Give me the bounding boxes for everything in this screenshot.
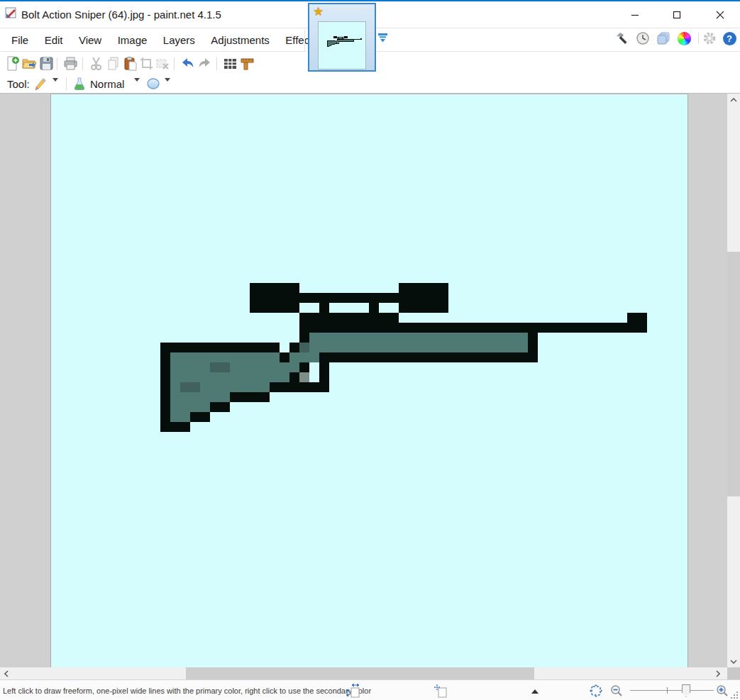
ruler-icon	[240, 56, 255, 71]
vertical-scroll-thumb[interactable]	[727, 252, 740, 496]
layers-window-button[interactable]	[656, 30, 671, 46]
rifle-pixel-run	[299, 372, 309, 382]
layers-stack-icon	[656, 31, 670, 45]
rifle-pixel-run	[327, 46, 329, 47]
new-file-icon	[5, 56, 20, 71]
rifle-pixel-run	[289, 372, 299, 382]
blend-mode-icon-button	[72, 76, 87, 91]
deselect-icon	[155, 56, 170, 71]
canvas-image[interactable]	[51, 94, 687, 667]
workspace	[0, 94, 727, 667]
copy-button[interactable]	[105, 55, 121, 71]
vertical-scrollbar[interactable]	[727, 94, 740, 667]
tools-window-button[interactable]	[614, 30, 630, 46]
rifle-pixel-run	[344, 38, 348, 38]
rifle-pixel-run	[170, 392, 230, 402]
horizontal-scroll-thumb[interactable]	[186, 667, 534, 679]
toolbar	[0, 53, 305, 74]
toolbar-separator-3	[174, 57, 175, 70]
redo-arrow-icon	[197, 56, 212, 71]
rifle-pixel-run	[160, 362, 170, 372]
rifle-pixel-run	[319, 303, 329, 313]
settings-button[interactable]	[702, 30, 717, 46]
open-file-button[interactable]	[21, 55, 37, 71]
paste-button[interactable]	[122, 55, 138, 71]
toolbar-separator-4	[216, 57, 217, 70]
undo-button[interactable]	[180, 55, 195, 71]
rifle-pixel-run	[299, 333, 309, 343]
tool-options-bar: Tool: Normal	[0, 74, 305, 94]
rifle-pixel-run	[289, 352, 319, 362]
zoom-slider-tick	[667, 687, 668, 694]
rulers-button[interactable]	[239, 55, 255, 71]
clipboard-paste-icon	[123, 56, 138, 71]
rifle-pixel-run	[528, 343, 538, 352]
rifle-pixel-run	[170, 372, 289, 382]
horizontal-scrollbar[interactable]	[0, 667, 727, 679]
selection-shape-button[interactable]	[145, 76, 161, 91]
rifle-pixel-run	[230, 392, 270, 402]
utility-separator	[698, 33, 699, 44]
image-tab[interactable]: ★	[308, 3, 376, 72]
maximize-button[interactable]	[665, 6, 689, 24]
cursor-position-icon	[433, 684, 448, 698]
canvas[interactable]	[50, 94, 688, 667]
zoom-in-button[interactable]	[715, 684, 729, 698]
scroll-up-button[interactable]	[727, 94, 740, 106]
deselect-button[interactable]	[154, 55, 170, 71]
cut-button[interactable]	[88, 55, 104, 71]
save-button[interactable]	[38, 55, 54, 71]
units-dropdown[interactable]	[531, 689, 539, 694]
rifle-pixel-run	[289, 343, 299, 352]
minimize-button[interactable]	[623, 6, 647, 24]
zoom-slider[interactable]	[630, 684, 714, 698]
app-icon	[5, 7, 17, 19]
rifle-pixel-run	[250, 283, 299, 293]
print-button[interactable]	[62, 55, 78, 71]
pencil-tool-button[interactable]	[32, 76, 48, 91]
blend-mode-value[interactable]: Normal	[90, 78, 124, 90]
rifle-pixel-run	[180, 382, 200, 392]
scroll-down-button[interactable]	[727, 655, 740, 667]
menu-view[interactable]: View	[72, 30, 108, 51]
rifle-pixel-run	[319, 352, 538, 362]
fit-window-icon	[589, 684, 603, 698]
resize-grip[interactable]	[731, 691, 739, 699]
rifle-pixel-run	[270, 382, 329, 392]
chevron-down-icon	[134, 78, 140, 94]
crop-button[interactable]	[138, 55, 154, 71]
copy-icon	[106, 56, 121, 71]
menu-file[interactable]: File	[5, 30, 35, 51]
rifle-pixel-run	[160, 412, 170, 422]
menu-layers[interactable]: Layers	[157, 30, 201, 51]
rifle-pixel-run	[170, 402, 210, 412]
image-list-button[interactable]	[377, 33, 388, 43]
rifle-pixel-run	[160, 372, 170, 382]
gear-icon	[702, 31, 717, 45]
help-button[interactable]: ?	[722, 30, 737, 46]
rifle-pixel-run	[250, 303, 299, 313]
chevron-down-icon	[165, 78, 170, 94]
rifle-pixel-run	[329, 45, 331, 46]
pixel-grid-button[interactable]	[222, 55, 238, 71]
new-file-button[interactable]	[4, 55, 20, 71]
rifle-pixel-run	[299, 313, 399, 323]
rifle-pixel-run	[210, 402, 230, 412]
scroll-left-button[interactable]	[0, 667, 12, 679]
rifle-pixel-run	[338, 41, 354, 42]
history-window-button[interactable]	[635, 30, 651, 46]
scroll-right-button[interactable]	[712, 667, 724, 679]
toolbar-separator-1	[57, 57, 57, 70]
help-icon: ?	[723, 32, 736, 45]
redo-button[interactable]	[197, 55, 212, 71]
menu-edit[interactable]: Edit	[38, 30, 70, 51]
close-button[interactable]	[708, 6, 732, 24]
menu-adjustments[interactable]: Adjustments	[204, 30, 276, 51]
zoom-out-button[interactable]	[609, 684, 624, 698]
zoom-slider-thumb[interactable]	[682, 684, 690, 697]
colors-window-button[interactable]	[676, 30, 692, 46]
tool-label: Tool:	[7, 78, 30, 90]
fit-to-window-button[interactable]	[589, 684, 603, 698]
menu-image[interactable]: Image	[111, 30, 154, 51]
menubar-right-edge	[304, 30, 305, 52]
